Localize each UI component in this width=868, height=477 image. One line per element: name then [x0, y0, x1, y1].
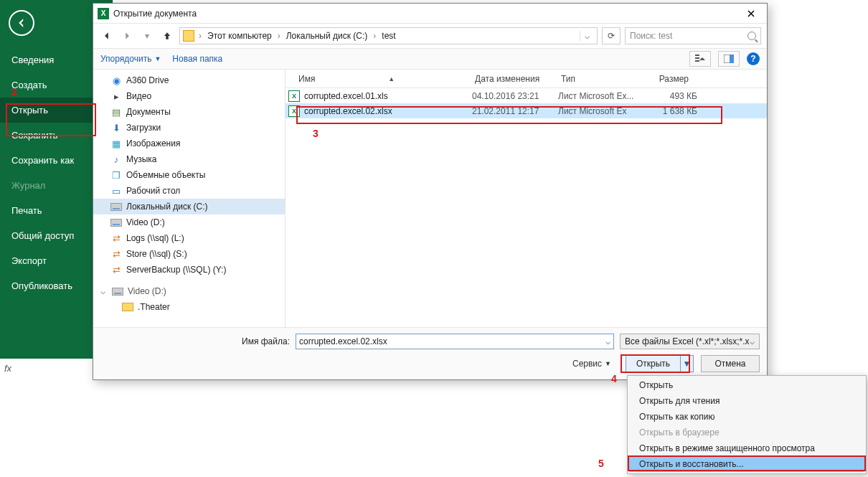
nav-tree[interactable]: ◉A360 Drive▸Видео▤Документы⬇Загрузки▦Изо… — [93, 70, 286, 327]
file-name: corrupted.excel.01.xls — [304, 91, 472, 101]
filetype-select[interactable]: Все файлы Excel (*.xl*;*.xlsx;*.xl ⌵ — [620, 334, 760, 349]
tree-item-label: Загрузки — [126, 123, 161, 133]
help-button[interactable]: ? — [747, 52, 760, 65]
search-icon — [747, 32, 756, 40]
chevron-down-icon[interactable]: ⌵ — [605, 336, 610, 346]
sort-indicator-icon: ▲ — [388, 75, 395, 82]
nav-back-button[interactable] — [99, 28, 115, 44]
address-bar[interactable]: › Этот компьютер › Локальный диск (C:) ›… — [179, 27, 598, 44]
back-button[interactable] — [9, 10, 34, 36]
breadcrumb-segment[interactable]: test — [379, 29, 398, 42]
net-icon: ⇄ — [110, 264, 122, 275]
dialog-titlebar: Открытие документа — [93, 4, 767, 24]
excel-file-icon — [288, 105, 300, 117]
nav-forward-button[interactable] — [119, 28, 135, 44]
new-folder-button[interactable]: Новая папка — [172, 54, 222, 64]
file-name: corrupted.excel.02.xlsx — [304, 106, 472, 116]
breadcrumb-segment[interactable]: Локальный диск (C:) — [283, 29, 371, 42]
excel-icon — [98, 8, 109, 19]
tree-item-label: Рабочий стол — [126, 186, 180, 196]
tree-item-label: A360 Drive — [126, 75, 169, 85]
desk-icon: ▭ — [110, 185, 122, 197]
tree-item-label: Store (\\sql) (S:) — [126, 249, 187, 259]
drive-icon — [110, 219, 122, 227]
excel-file-icon — [288, 90, 300, 102]
menu-item[interactable]: Открыть для чтения — [629, 393, 864, 409]
tools-menu[interactable]: Сервис▼ — [572, 359, 611, 369]
tree-item[interactable]: ▤Документы — [93, 104, 285, 120]
tree-item-label: Объемные объекты — [126, 170, 205, 180]
svg-rect-0 — [695, 55, 699, 56]
address-dropdown[interactable]: ⌵ — [580, 31, 594, 41]
open-dropdown-button[interactable]: ▼ — [680, 356, 693, 372]
view-mode-button[interactable] — [689, 51, 711, 67]
tree-item[interactable]: ⇄Logs (\\sql) (L:) — [93, 230, 285, 246]
tree-item[interactable]: ⬇Загрузки — [93, 120, 285, 136]
formula-bar-fx: fx — [4, 363, 11, 374]
menu-item[interactable]: Открыть в режиме защищенного просмотра — [629, 440, 864, 456]
file-row[interactable]: corrupted.excel.02.xlsx21.02.2011 12:17Л… — [286, 103, 767, 118]
music-icon: ♪ — [110, 154, 122, 165]
dialog-close-button[interactable] — [735, 4, 767, 24]
open-options-menu: ОткрытьОткрыть для чтенияОткрыть как коп… — [627, 375, 867, 474]
tree-item[interactable]: ▦Изображения — [93, 136, 285, 151]
chevron-icon[interactable]: › — [197, 31, 203, 41]
breadcrumb-segment[interactable]: Этот компьютер — [204, 29, 275, 42]
svg-rect-4 — [730, 55, 734, 63]
filename-label: Имя файла: — [240, 336, 290, 346]
menu-item[interactable]: Открыть — [629, 377, 864, 393]
tree-item[interactable]: Локальный диск (C:) — [93, 199, 285, 214]
menu-item[interactable]: Открыть и восстановить... — [629, 456, 864, 472]
dialog-nav: ▾ › Этот компьютер › Локальный диск (C:)… — [93, 24, 767, 48]
doc-icon: ▤ — [110, 106, 122, 118]
tree-item[interactable]: ⇄Store (\\sql) (S:) — [93, 246, 285, 262]
svg-rect-1 — [695, 57, 699, 59]
refresh-button[interactable]: ⟳ — [602, 27, 621, 44]
organize-menu[interactable]: Упорядочить▼ — [100, 54, 161, 64]
dialog-footer: Имя файла: corrupted.excel.02.xlsx ⌵ Все… — [93, 327, 767, 379]
filename-input[interactable]: corrupted.excel.02.xlsx ⌵ — [296, 334, 614, 349]
tree-item[interactable]: ◉A360 Drive — [93, 72, 285, 88]
nav-up-button[interactable] — [159, 28, 175, 44]
tree-item[interactable]: .Theater — [93, 299, 285, 315]
chevron-down-icon[interactable]: ⌵ — [750, 336, 755, 346]
file-row[interactable]: corrupted.excel.01.xls04.10.2016 23:21Ли… — [286, 88, 767, 103]
tree-item-label: ServerBackup (\\SQL) (Y:) — [126, 265, 226, 275]
dialog-toolbar: Упорядочить▼ Новая папка ? — [93, 48, 767, 70]
file-size: 493 КБ — [643, 91, 697, 101]
tree-item-label: Video (D:) — [126, 217, 165, 227]
tree-item[interactable]: ❐Объемные объекты — [93, 167, 285, 183]
tree-item-label: Локальный диск (C:) — [126, 202, 208, 212]
dl-icon: ⬇ — [110, 122, 122, 133]
nav-recent-button[interactable]: ▾ — [139, 28, 155, 44]
file-type: Лист Microsoft Ex — [558, 106, 643, 116]
tree-item-label: Документы — [126, 107, 171, 117]
chevron-icon[interactable]: › — [276, 31, 282, 41]
chevron-down-icon: ⌵ — [100, 286, 108, 296]
tree-item-label: Видео — [126, 91, 151, 101]
tree-item-label: .Theater — [138, 302, 170, 312]
net-icon: ⇄ — [110, 232, 122, 244]
open-split-button[interactable]: Открыть ▼ — [626, 355, 694, 372]
file-date: 21.02.2011 12:17 — [472, 106, 558, 116]
tree-item[interactable]: ⇄ServerBackup (\\SQL) (Y:) — [93, 262, 285, 278]
obj-icon: ❐ — [110, 169, 122, 181]
chevron-icon[interactable]: › — [372, 31, 377, 41]
menu-item[interactable]: Открыть как копию — [629, 409, 864, 425]
cancel-button[interactable]: Отмена — [701, 355, 760, 372]
tree-group[interactable]: ⌵Video (D:) — [93, 283, 285, 299]
file-list-header[interactable]: Имя▲ Дата изменения Тип Размер — [286, 70, 767, 88]
file-list: Имя▲ Дата изменения Тип Размер corrupted… — [286, 70, 767, 327]
file-size: 1 638 КБ — [643, 106, 697, 116]
tree-item[interactable]: ♪Музыка — [93, 151, 285, 167]
preview-pane-button[interactable] — [718, 51, 740, 67]
tree-item-label: Музыка — [126, 154, 156, 164]
search-input[interactable]: Поиск: test — [625, 27, 761, 44]
video-icon: ▸ — [110, 90, 122, 102]
a360-icon: ◉ — [110, 75, 122, 86]
tree-item[interactable]: Video (D:) — [93, 214, 285, 230]
tree-item[interactable]: ▭Рабочий стол — [93, 183, 285, 199]
tree-item[interactable]: ▸Видео — [93, 88, 285, 104]
net-icon: ⇄ — [110, 248, 122, 260]
search-placeholder: Поиск: test — [630, 31, 672, 41]
